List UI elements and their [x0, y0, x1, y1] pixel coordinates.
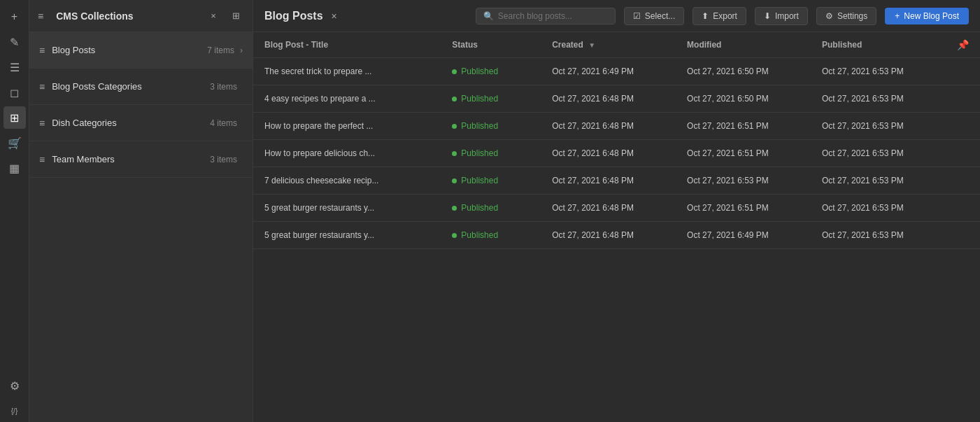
- status-dot-6: [452, 233, 457, 238]
- cms-icon[interactable]: ⊞: [3, 106, 26, 129]
- collections-panel: ≡ CMS Collections × ⊞ ≡ Blog Posts 7 ite…: [29, 0, 253, 422]
- import-button[interactable]: ⬇ Import: [755, 7, 808, 25]
- dev-icon[interactable]: {/}: [3, 400, 26, 422]
- cell-pin-2: [946, 113, 980, 140]
- store-icon[interactable]: 🛒: [3, 132, 26, 154]
- import-icon: ⬇: [764, 11, 771, 21]
- select-button[interactable]: ☑ Select...: [624, 7, 684, 25]
- status-text-0: Published: [461, 66, 498, 76]
- table-row[interactable]: 7 delicious cheesecake recip... Publishe…: [253, 167, 980, 195]
- settings-label: Settings: [837, 11, 867, 21]
- status-dot-5: [452, 206, 457, 211]
- cell-status-1: Published: [441, 85, 541, 113]
- collection-count-0: 7 items: [207, 45, 234, 55]
- icon-sidebar: + ✎ ☰ ◻ ⊞ 🛒 ▦ ⚙ {/}: [0, 0, 29, 422]
- cell-modified-0: Oct 27, 2021 6:50 PM: [676, 58, 811, 85]
- collection-item-team-members[interactable]: ≡ Team Members 3 items: [29, 141, 253, 178]
- collections-title: CMS Collections: [56, 10, 199, 22]
- settings-button[interactable]: ⚙ Settings: [816, 7, 876, 25]
- cell-published-1: Oct 27, 2021 6:53 PM: [811, 85, 946, 113]
- col-header-modified[interactable]: Modified: [676, 32, 811, 58]
- status-dot-3: [452, 151, 457, 156]
- collection-db-icon-0: ≡: [39, 45, 45, 56]
- status-text-6: Published: [461, 230, 498, 240]
- collection-name-0: Blog Posts: [52, 45, 207, 55]
- status-text-4: Published: [461, 176, 498, 185]
- cell-modified-5: Oct 27, 2021 6:51 PM: [676, 195, 811, 222]
- search-input[interactable]: [498, 11, 608, 21]
- collections-close-button[interactable]: ×: [205, 8, 222, 24]
- cell-published-0: Oct 27, 2021 6:53 PM: [811, 58, 946, 85]
- table-row[interactable]: How to prepare the perfect ... Published…: [253, 113, 980, 140]
- collection-count-3: 3 items: [210, 155, 237, 164]
- select-icon: ☑: [633, 11, 641, 21]
- main-panel-close-button[interactable]: ×: [332, 10, 337, 22]
- col-header-title[interactable]: Blog Post - Title: [253, 32, 441, 58]
- collection-item-dish-categories[interactable]: ≡ Dish Categories 4 items: [29, 105, 253, 141]
- collection-item-blog-posts-categories[interactable]: ≡ Blog Posts Categories 3 items: [29, 69, 253, 105]
- import-label: Import: [775, 11, 799, 21]
- cell-status-3: Published: [441, 140, 541, 167]
- table-row[interactable]: How to prepare delicious ch... Published…: [253, 140, 980, 167]
- table-header-row: Blog Post - Title Status Created ▼ Modif…: [253, 32, 980, 58]
- cell-created-4: Oct 27, 2021 6:48 PM: [541, 167, 676, 195]
- chevron-right-icon-0: ›: [240, 45, 243, 55]
- cell-published-3: Oct 27, 2021 6:53 PM: [811, 140, 946, 167]
- export-label: Export: [713, 11, 737, 21]
- plus-icon: +: [895, 11, 900, 21]
- cell-modified-3: Oct 27, 2021 6:51 PM: [676, 140, 811, 167]
- table-row[interactable]: 4 easy recipes to prepare a ... Publishe…: [253, 85, 980, 113]
- new-blog-post-button[interactable]: + New Blog Post: [885, 8, 969, 24]
- table-row[interactable]: 5 great burger restaurants y... Publishe…: [253, 222, 980, 249]
- cell-modified-6: Oct 27, 2021 6:49 PM: [676, 222, 811, 249]
- status-dot-4: [452, 178, 457, 183]
- collection-count-1: 3 items: [210, 82, 237, 92]
- cell-published-6: Oct 27, 2021 6:53 PM: [811, 222, 946, 249]
- cell-pin-4: [946, 167, 980, 195]
- status-text-2: Published: [461, 121, 498, 131]
- cell-title-0: The secret trick to prepare ...: [253, 58, 441, 85]
- collection-item-blog-posts[interactable]: ≡ Blog Posts 7 items ›: [29, 32, 253, 69]
- collections-add-button[interactable]: ⊞: [227, 8, 244, 24]
- select-label: Select...: [645, 11, 675, 21]
- cell-status-0: Published: [441, 58, 541, 85]
- collection-name-1: Blog Posts Categories: [52, 81, 210, 92]
- table-row[interactable]: The secret trick to prepare ... Publishe…: [253, 58, 980, 85]
- plus-icon[interactable]: +: [3, 6, 26, 28]
- sort-icon: ▼: [588, 41, 595, 49]
- cell-title-3: How to prepare delicious ch...: [253, 140, 441, 167]
- blog-icon[interactable]: ✎: [3, 31, 26, 53]
- cell-published-2: Oct 27, 2021 6:53 PM: [811, 113, 946, 140]
- col-header-status[interactable]: Status: [441, 32, 541, 58]
- export-icon: ⬆: [702, 11, 709, 21]
- pages-icon[interactable]: ☰: [3, 56, 26, 78]
- cell-created-5: Oct 27, 2021 6:48 PM: [541, 195, 676, 222]
- export-button[interactable]: ⬆ Export: [693, 7, 746, 25]
- collection-db-icon-3: ≡: [39, 154, 45, 165]
- cell-pin-0: [946, 58, 980, 85]
- col-header-created[interactable]: Created ▼: [541, 32, 676, 58]
- table-row[interactable]: 5 great burger restaurants y... Publishe…: [253, 195, 980, 222]
- design-icon[interactable]: ◻: [3, 81, 26, 104]
- status-dot-2: [452, 124, 457, 129]
- col-header-published[interactable]: Published: [811, 32, 946, 58]
- cell-title-6: 5 great burger restaurants y...: [253, 222, 441, 249]
- status-text-1: Published: [461, 94, 498, 104]
- settings-icon[interactable]: ⚙: [3, 374, 26, 397]
- collection-db-icon-1: ≡: [39, 81, 45, 92]
- search-box[interactable]: 🔍: [476, 8, 616, 24]
- cell-pin-6: [946, 222, 980, 249]
- status-text-5: Published: [461, 203, 498, 213]
- collection-name-2: Dish Categories: [52, 118, 210, 128]
- posts-table: Blog Post - Title Status Created ▼ Modif…: [253, 32, 980, 249]
- media-icon[interactable]: ▦: [3, 157, 26, 179]
- cell-status-2: Published: [441, 113, 541, 140]
- status-text-3: Published: [461, 148, 498, 158]
- collections-header: ≡ CMS Collections × ⊞: [29, 0, 253, 32]
- collection-db-icon-2: ≡: [39, 118, 45, 129]
- pin-icon: 📌: [957, 39, 969, 50]
- cell-pin-5: [946, 195, 980, 222]
- cell-created-2: Oct 27, 2021 6:48 PM: [541, 113, 676, 140]
- cell-modified-1: Oct 27, 2021 6:50 PM: [676, 85, 811, 113]
- cell-created-3: Oct 27, 2021 6:48 PM: [541, 140, 676, 167]
